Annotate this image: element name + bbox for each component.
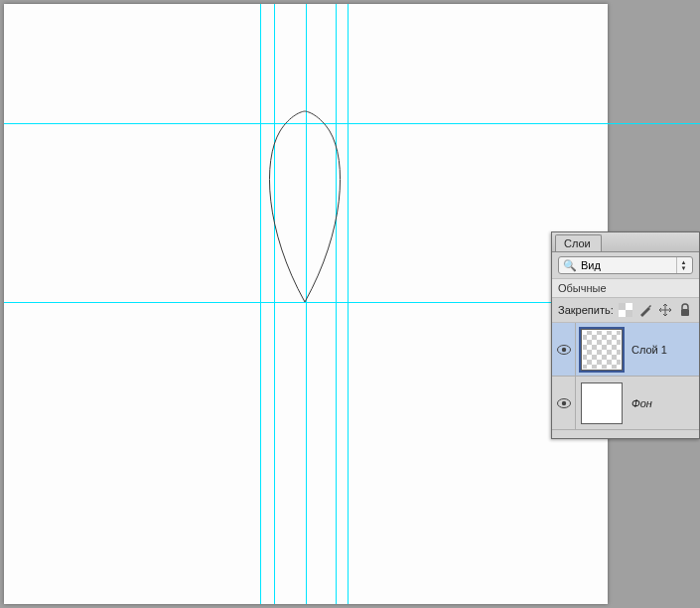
svg-point-5 (561, 347, 565, 351)
layers-empty-area (552, 430, 699, 438)
visibility-toggle[interactable] (552, 377, 576, 429)
layer-filter-row: 🔍 Вид ▲▼ (552, 252, 699, 279)
panel-tabs: Слои (552, 232, 699, 252)
visibility-toggle[interactable] (552, 323, 576, 376)
layer-thumbnail[interactable] (581, 382, 623, 424)
guide-vertical[interactable] (306, 4, 307, 604)
tab-layers[interactable]: Слои (555, 234, 602, 251)
layers-panel: Слои 🔍 Вид ▲▼ Обычные Закрепить: (551, 231, 700, 439)
teardrop-path (269, 111, 340, 302)
lock-pixels-icon[interactable] (638, 302, 653, 318)
lock-position-icon[interactable] (658, 302, 673, 318)
layer-name[interactable]: Слой 1 (628, 344, 699, 356)
guide-vertical[interactable] (336, 4, 337, 604)
guide-vertical[interactable] (260, 4, 261, 604)
layer-filter-label: Вид (581, 259, 601, 271)
lock-row: Закрепить: (552, 298, 699, 323)
layer-row[interactable]: Фон (552, 377, 699, 430)
svg-rect-2 (626, 310, 632, 317)
layer-thumbnail-col (576, 377, 628, 429)
guide-vertical[interactable] (348, 4, 349, 604)
lock-label: Закрепить: (558, 304, 614, 316)
layers-list: Слой 1 Фон (552, 323, 699, 438)
eye-icon (557, 398, 571, 408)
layer-row[interactable]: Слой 1 (552, 323, 699, 377)
guide-horizontal[interactable] (4, 123, 700, 124)
lock-transparency-icon[interactable] (619, 302, 633, 318)
svg-rect-3 (681, 309, 689, 316)
blend-mode-label[interactable]: Обычные (552, 279, 699, 298)
lock-all-icon[interactable] (678, 302, 693, 318)
canvas[interactable] (4, 4, 608, 604)
svg-rect-1 (619, 303, 626, 310)
eye-icon (557, 345, 571, 355)
layer-filter-dropdown[interactable]: 🔍 Вид ▲▼ (558, 256, 693, 274)
layer-thumbnail[interactable] (581, 329, 623, 371)
layer-thumbnail-col (576, 323, 628, 376)
layer-name[interactable]: Фон (628, 397, 699, 409)
dropdown-arrows-icon: ▲▼ (676, 257, 690, 273)
svg-point-7 (561, 400, 565, 404)
search-icon: 🔍 (563, 260, 577, 271)
guide-vertical[interactable] (274, 4, 275, 604)
